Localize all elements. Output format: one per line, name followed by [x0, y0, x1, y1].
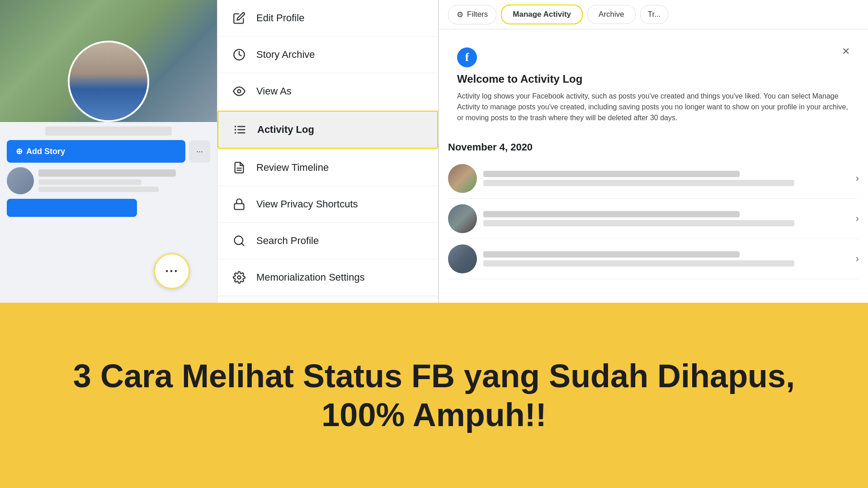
menu-item-activity-log[interactable]: Activity Log: [217, 111, 438, 149]
friend-avatar: [7, 167, 34, 194]
menu-item-edit-profile[interactable]: Edit Profile: [217, 0, 438, 37]
facebook-logo-icon: f: [457, 47, 477, 67]
menu-item-memorialization-settings[interactable]: Memorialization Settings: [217, 259, 438, 296]
archive-label: Archive: [599, 10, 624, 19]
chevron-right-icon: ›: [856, 173, 859, 184]
banner-line-2: 100% Ampuh!!: [321, 397, 546, 433]
menu-label-view-as: View As: [256, 85, 292, 97]
search-icon: [231, 233, 247, 249]
activity-item[interactable]: ›: [448, 159, 859, 199]
lock-icon: [231, 196, 247, 212]
menu-label-edit-profile: Edit Profile: [256, 12, 304, 24]
banner-line-1: 3 Cara Melihat Status FB yang Sudah Diha…: [73, 358, 795, 394]
ellipsis-icon: ···: [196, 147, 203, 156]
menu-item-review-timeline[interactable]: Review Timeline: [217, 150, 438, 186]
eye-icon: [231, 83, 247, 99]
menu-label-search-profile: Search Profile: [256, 235, 319, 247]
chevron-right-icon-3: ›: [856, 253, 859, 265]
filter-icon: ⚙: [457, 10, 463, 19]
activity-text-bar-1a: [483, 171, 740, 177]
welcome-card: f ✕ Welcome to Activity Log Activity log…: [448, 38, 859, 132]
welcome-description: Activity log shows your Facebook activit…: [457, 91, 850, 123]
add-story-section: ⊕ Add Story ···: [7, 140, 210, 163]
banner-text: 3 Cara Melihat Status FB yang Sudah Diha…: [73, 357, 795, 435]
friend-sub-bar: [38, 179, 142, 185]
activity-info-3: [483, 251, 849, 267]
profile-link-section[interactable]: Your Profile Link Your personalized link…: [217, 296, 438, 303]
friend-row: [7, 167, 210, 194]
activity-info-1: [483, 171, 849, 186]
svg-line-12: [241, 243, 244, 245]
more-options-button[interactable]: ···: [154, 253, 190, 289]
activity-text-bar-2a: [483, 211, 740, 217]
more-tab-label: Tr...: [648, 10, 661, 19]
menu-item-view-privacy-shortcuts[interactable]: View Privacy Shortcuts: [217, 186, 438, 223]
welcome-title: Welcome to Activity Log: [457, 73, 850, 85]
friend-sub-bar2: [38, 187, 159, 192]
blue-action-bar: [7, 199, 137, 217]
activity-item-3[interactable]: ›: [448, 239, 859, 279]
profile-menu: Edit Profile Story Archive View As Activ…: [217, 0, 439, 303]
svg-point-13: [238, 276, 241, 279]
activity-info-2: [483, 211, 849, 226]
activity-log-content: f ✕ Welcome to Activity Log Activity log…: [439, 29, 868, 303]
document-icon: [231, 160, 247, 176]
filters-button[interactable]: ⚙ Filters: [448, 5, 496, 24]
activity-avatar-2: [448, 204, 477, 233]
archive-button[interactable]: Archive: [587, 5, 636, 24]
activity-text-bar-1b: [483, 180, 794, 186]
filters-label: Filters: [467, 10, 488, 19]
avatar-figure: [70, 42, 147, 120]
menu-label-activity-log: Activity Log: [257, 124, 314, 136]
activity-text-bar-2b: [483, 220, 794, 226]
plus-icon: ⊕: [16, 146, 23, 156]
date-header: November 4, 2020: [448, 141, 859, 153]
svg-rect-10: [235, 204, 244, 210]
list-icon: [232, 122, 248, 138]
profile-avatar: [68, 41, 149, 122]
friend-name-bar: [38, 169, 176, 177]
fb-letter: f: [465, 51, 469, 64]
profile-image-container: [0, 0, 217, 122]
close-welcome-button[interactable]: ✕: [842, 46, 850, 57]
manage-activity-button[interactable]: Manage Activity: [501, 5, 583, 24]
pencil-icon: [231, 10, 247, 26]
activity-avatar-1: [448, 164, 477, 193]
add-story-label: Add Story: [26, 147, 65, 156]
chevron-right-icon-2: ›: [856, 213, 859, 225]
activity-avatar-3: [448, 244, 477, 273]
activity-item-2[interactable]: ›: [448, 199, 859, 239]
profile-name-bar: [45, 127, 172, 136]
activity-log-header: ⚙ Filters Manage Activity Archive Tr...: [439, 0, 868, 29]
activity-text-bar-3a: [483, 251, 740, 258]
menu-item-search-profile[interactable]: Search Profile: [217, 223, 438, 259]
menu-label-story-archive: Story Archive: [256, 49, 315, 61]
friend-info: [38, 169, 210, 192]
left-panel: ··· ⊕ Add Story ···: [0, 0, 217, 303]
activity-log-panel: ⚙ Filters Manage Activity Archive Tr... …: [439, 0, 868, 303]
menu-item-view-as[interactable]: View As: [217, 73, 438, 110]
gear-icon: [231, 269, 247, 286]
svg-point-1: [238, 90, 241, 93]
menu-label-review-timeline: Review Timeline: [256, 162, 329, 174]
add-story-button[interactable]: ⊕ Add Story: [7, 140, 185, 163]
more-tab-button[interactable]: Tr...: [640, 5, 669, 24]
cover-photo: [0, 0, 217, 122]
menu-item-story-archive[interactable]: Story Archive: [217, 37, 438, 73]
menu-label-view-privacy-shortcuts: View Privacy Shortcuts: [256, 198, 358, 210]
bottom-banner: 3 Cara Melihat Status FB yang Sudah Diha…: [0, 303, 868, 488]
clock-icon: [231, 47, 247, 63]
activity-text-bar-3b: [483, 260, 794, 267]
manage-activity-label: Manage Activity: [513, 10, 571, 19]
menu-label-memorialization-settings: Memorialization Settings: [256, 272, 365, 283]
more-button[interactable]: ···: [189, 141, 210, 163]
